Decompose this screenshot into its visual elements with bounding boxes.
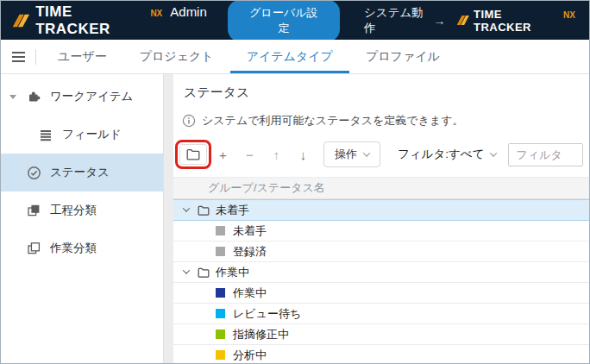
remove-button[interactable]: −: [236, 147, 263, 162]
status-row[interactable]: 未着手: [173, 221, 589, 242]
filter-scope-dropdown[interactable]: フィルタ:すべて: [398, 147, 496, 162]
brand-nx: NX: [150, 9, 162, 18]
status-color-swatch: [216, 309, 225, 318]
table-header-row: グループ/ステータス名: [173, 177, 589, 199]
status-name: レビュー待ち: [233, 306, 301, 322]
status-color-swatch: [216, 329, 225, 339]
info-text: システムで利用可能なステータスを定義できます。: [202, 113, 464, 129]
admin-window: TIME TRACKER NX Admin グローバル設定 システム動作 → T…: [0, 0, 590, 364]
status-color-swatch: [216, 247, 225, 256]
tab-users[interactable]: ユーザー: [41, 40, 123, 73]
chevron-down-icon[interactable]: [183, 204, 190, 211]
chevron-down-icon[interactable]: [8, 95, 18, 99]
divider: [35, 49, 36, 65]
top-header-bar: TIME TRACKER NX Admin グローバル設定 システム動作 → T…: [1, 1, 589, 40]
work-category-icon: [25, 242, 42, 255]
status-toolbar: + − ↑ ↓ 操作 フィルタ:すべて: [177, 141, 586, 168]
sidebar-item-label: 工程分類: [50, 203, 97, 218]
status-color-swatch: [216, 288, 225, 298]
status-name: 登録済: [233, 244, 267, 260]
puzzle-icon: [25, 90, 42, 104]
sidebar-item-work-category[interactable]: 作業分類: [1, 229, 163, 267]
status-row[interactable]: 登録済: [173, 242, 589, 262]
group-name: 作業中: [216, 265, 249, 280]
chevron-down-icon: [363, 149, 370, 156]
brand-admin-label: Admin: [170, 4, 207, 19]
table-header-label: グループ/ステータス名: [208, 180, 325, 196]
status-name: 未着手: [233, 223, 267, 239]
sidebar-item-label: ステータス: [50, 165, 110, 180]
operation-label: 操作: [335, 147, 357, 162]
status-name: 作業中: [233, 286, 267, 301]
main-content: ステータス システムで利用可能なステータスを定義できます。: [173, 74, 589, 363]
group-row[interactable]: 未着手: [173, 199, 589, 221]
arrow-right-icon: →: [434, 14, 446, 28]
folder-button-wrap: [177, 141, 210, 167]
group-name: 未着手: [216, 203, 249, 218]
status-row[interactable]: レビュー待ち: [173, 304, 589, 324]
brand-title: TIME TRACKER: [35, 3, 148, 38]
filter-input[interactable]: [508, 143, 583, 166]
sidebar-gutter: [163, 74, 173, 363]
move-down-button[interactable]: ↓: [290, 147, 317, 162]
brand-title: TIME TRACKER: [474, 8, 561, 34]
process-category-icon: [25, 204, 42, 217]
status-color-swatch: [216, 226, 225, 235]
info-banner: システムで利用可能なステータスを定義できます。: [182, 113, 589, 129]
tab-projects[interactable]: プロジェクト: [123, 40, 230, 73]
status-row[interactable]: 指摘修正中: [173, 324, 589, 345]
brand-nx: NX: [563, 10, 575, 20]
timetracker-logo-icon: [455, 12, 470, 28]
status-name: 指摘修正中: [233, 327, 289, 342]
field-lines-icon: [37, 129, 54, 141]
filter-scope-label: フィルタ:すべて: [398, 147, 484, 162]
status-color-swatch: [216, 350, 225, 360]
sidebar-item-label: フィールド: [62, 127, 122, 142]
global-settings-button[interactable]: グローバル設定: [228, 0, 340, 41]
page-title: ステータス: [184, 85, 589, 101]
sidebar-item-label: ワークアイテム: [50, 89, 133, 104]
system-behavior-menu[interactable]: システム動作: [364, 5, 433, 36]
sidebar-item-field[interactable]: フィールド: [1, 116, 163, 154]
top-right-group: → TIME TRACKER NX: [434, 8, 575, 34]
status-name: 分析中: [233, 348, 267, 363]
main-nav-bar: ユーザープロジェクトアイテムタイププロファイル: [1, 40, 589, 74]
status-row[interactable]: 分析中: [173, 345, 589, 363]
folder-icon: [186, 148, 200, 160]
chevron-down-icon: [490, 149, 497, 156]
app-logo-right: TIME TRACKER NX: [455, 8, 575, 34]
add-status-button[interactable]: +: [210, 147, 236, 162]
move-up-button[interactable]: ↑: [263, 147, 290, 162]
add-group-folder-button[interactable]: [179, 144, 207, 165]
sidebar-item-process-category[interactable]: 工程分類: [1, 191, 163, 229]
info-icon: [182, 114, 196, 128]
body-row: ワークアイテムフィールドステータス工程分類作業分類 ステータス システムで利用可…: [1, 74, 589, 363]
chevron-down-icon[interactable]: [183, 267, 190, 273]
timetracker-logo-icon: [9, 9, 31, 32]
status-row[interactable]: 作業中: [173, 283, 589, 304]
tab-profiles[interactable]: プロファイル: [349, 40, 456, 73]
folder-icon: [198, 205, 210, 216]
group-row[interactable]: 作業中: [173, 262, 589, 283]
folder-icon: [198, 267, 210, 278]
operation-dropdown-button[interactable]: 操作: [323, 141, 380, 167]
sidebar-item-work-item[interactable]: ワークアイテム: [1, 78, 163, 116]
nav-tabs: ユーザープロジェクトアイテムタイププロファイル: [41, 40, 456, 73]
hamburger-menu-icon[interactable]: [1, 40, 35, 73]
sidebar-item-status[interactable]: ステータス: [1, 154, 163, 191]
sidebar-item-label: 作業分類: [50, 241, 97, 256]
app-logo: TIME TRACKER NX Admin: [9, 3, 207, 38]
tab-item-types[interactable]: アイテムタイプ: [230, 40, 349, 73]
status-check-icon: [25, 166, 42, 180]
sidebar: ワークアイテムフィールドステータス工程分類作業分類: [1, 74, 163, 363]
status-table-body: 未着手未着手登録済作業中作業中レビュー待ち指摘修正中分析中: [173, 199, 589, 363]
